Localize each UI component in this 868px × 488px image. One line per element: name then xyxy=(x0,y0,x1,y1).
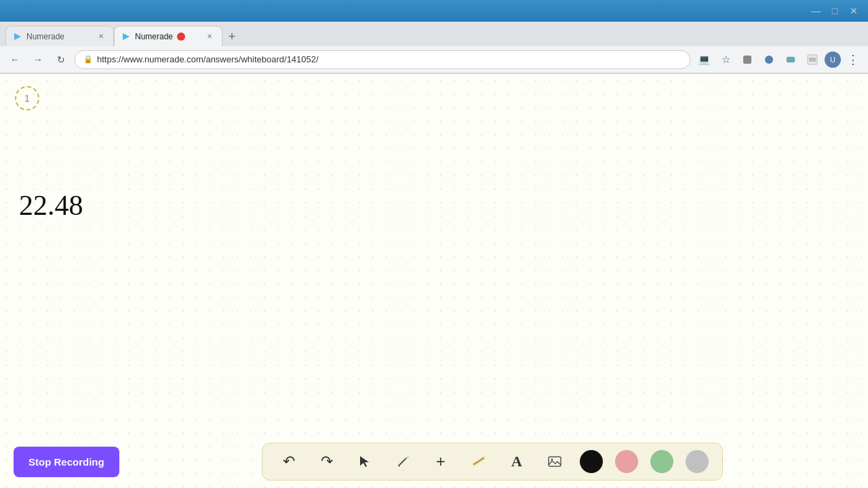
extension3-icon[interactable] xyxy=(781,50,800,69)
color-pink-swatch[interactable] xyxy=(615,450,638,473)
tabs-bar: Numerade ✕ Numerade ✕ + xyxy=(0,22,868,46)
color-gray-swatch[interactable] xyxy=(686,450,709,473)
color-green-swatch[interactable] xyxy=(650,450,673,473)
browser-toolbar-right: 💻 ☆ U ⋮ xyxy=(694,50,863,69)
window-controls: — □ ✕ xyxy=(807,2,863,20)
image-tool-button[interactable] xyxy=(542,449,568,474)
new-tab-button[interactable]: + xyxy=(222,27,241,46)
lock-icon: 🔒 xyxy=(83,55,93,64)
svg-line-12 xyxy=(474,458,484,464)
title-bar: — □ ✕ xyxy=(0,0,868,22)
bottom-toolbar-area: Stop Recording ↶ ↷ xyxy=(0,434,868,488)
svg-marker-7 xyxy=(360,456,369,467)
minimize-button[interactable]: — xyxy=(807,2,825,20)
user-avatar[interactable]: U xyxy=(825,52,841,68)
svg-rect-4 xyxy=(787,57,795,62)
extension2-icon[interactable] xyxy=(760,50,778,69)
tab2-favicon xyxy=(121,32,131,41)
url-text: https://www.numerade.com/answers/whitebo… xyxy=(97,54,319,64)
toolbar-inner: ↶ ↷ + xyxy=(262,443,723,481)
back-button[interactable]: ← xyxy=(5,50,24,69)
redo-button[interactable]: ↷ xyxy=(314,449,340,474)
tab1-favicon xyxy=(13,32,22,41)
color-black-swatch[interactable] xyxy=(580,450,603,473)
whiteboard-canvas[interactable]: 1 22.48 Stop Recording ↶ ↷ xyxy=(0,74,868,488)
svg-marker-0 xyxy=(14,33,21,40)
extension4-icon[interactable] xyxy=(803,50,822,69)
tab1-label: Numerade xyxy=(26,32,64,41)
maximize-button[interactable]: □ xyxy=(826,2,844,20)
recording-dot xyxy=(177,33,185,41)
refresh-button[interactable]: ↻ xyxy=(52,50,71,69)
nav-bar: ← → ↻ 🔒 https://www.numerade.com/answers… xyxy=(0,46,868,73)
whiteboard-content: 22.48 xyxy=(19,189,83,222)
page-number: 1 xyxy=(24,93,30,104)
forward-button[interactable]: → xyxy=(28,50,47,69)
text-tool-button[interactable]: A xyxy=(504,449,530,474)
drawing-toolbar: ↶ ↷ + xyxy=(130,443,854,481)
address-bar[interactable]: 🔒 https://www.numerade.com/answers/white… xyxy=(75,50,690,69)
svg-marker-1 xyxy=(123,33,130,40)
page-number-circle: 1 xyxy=(15,86,39,110)
screen-icon[interactable]: 💻 xyxy=(694,50,713,69)
select-tool-button[interactable] xyxy=(352,449,378,474)
add-tool-button[interactable]: + xyxy=(428,449,454,474)
tab2-label: Numerade xyxy=(135,32,173,41)
browser-tab-1[interactable]: Numerade ✕ xyxy=(5,26,114,46)
browser-menu-button[interactable]: ⋮ xyxy=(844,50,863,69)
undo-button[interactable]: ↶ xyxy=(276,449,302,474)
close-button[interactable]: ✕ xyxy=(845,2,863,20)
browser-tab-2[interactable]: Numerade ✕ xyxy=(114,26,222,46)
svg-point-3 xyxy=(765,56,773,64)
svg-rect-6 xyxy=(809,58,816,62)
tab2-close[interactable]: ✕ xyxy=(204,31,215,42)
eraser-tool-button[interactable] xyxy=(466,449,492,474)
stop-recording-button[interactable]: Stop Recording xyxy=(14,447,119,477)
tab1-close[interactable]: ✕ xyxy=(96,31,106,42)
extension1-icon[interactable] xyxy=(738,50,757,69)
pencil-tool-button[interactable] xyxy=(390,449,416,474)
svg-line-8 xyxy=(399,458,406,466)
svg-rect-13 xyxy=(549,457,561,466)
svg-rect-2 xyxy=(743,56,751,64)
bookmark-icon[interactable]: ☆ xyxy=(716,50,735,69)
svg-line-9 xyxy=(406,457,408,458)
